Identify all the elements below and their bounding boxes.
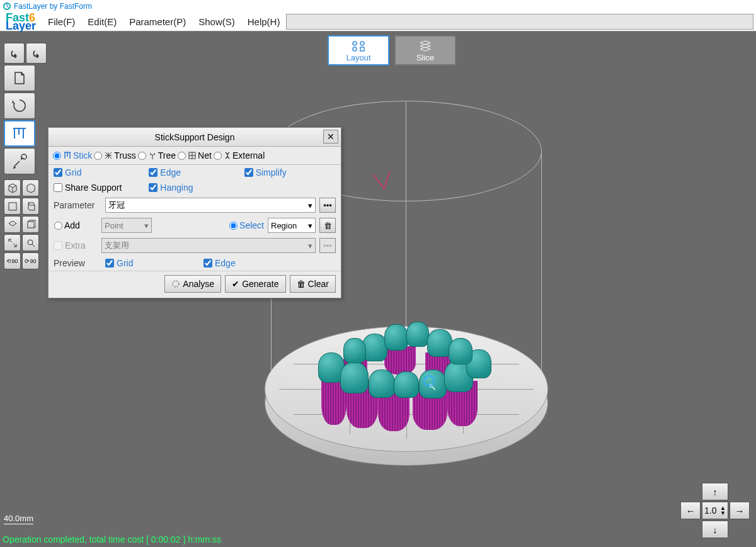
nav-up-button[interactable]: ↑ — [702, 483, 728, 500]
cb-hanging[interactable]: Hanging — [149, 183, 240, 193]
cb-preview-edge[interactable]: Edge — [203, 258, 236, 268]
radio-select[interactable]: Select — [229, 220, 264, 230]
mode-tabs: Layout Slice — [328, 35, 456, 65]
workspace[interactable]: ⟲90⟳90 Layout Slice ╲╱ — [0, 31, 756, 547]
generate-button[interactable]: ✔Generate — [225, 275, 285, 293]
layout-icon — [351, 39, 366, 53]
support-icon — [11, 127, 28, 140]
clear-button[interactable]: 🗑Clear — [290, 275, 336, 293]
menu-filler — [286, 14, 753, 30]
rot90cw-button[interactable]: ⟳90 — [22, 252, 39, 269]
svg-point-2 — [28, 240, 33, 245]
close-icon: ✕ — [327, 132, 335, 142]
cb-grid[interactable]: Grid — [54, 167, 145, 178]
parameter-more-button[interactable]: ••• — [319, 198, 336, 213]
parameter-label: Parameter — [54, 200, 101, 210]
truss-icon — [104, 151, 113, 160]
svg-rect-6 — [360, 47, 364, 51]
tools-button[interactable] — [4, 148, 35, 174]
cb-share-support[interactable]: Share Support — [54, 183, 145, 193]
type-truss[interactable]: Truss — [93, 150, 135, 161]
type-tree[interactable]: Tree — [137, 150, 176, 161]
nav-zoom-field[interactable]: 1.0▲▼ — [702, 502, 728, 519]
menu-help[interactable]: Help(H) — [241, 13, 287, 31]
menu-show[interactable]: Show(S) — [192, 13, 241, 31]
window-title-bar: FastLayer by FastForm — [0, 0, 756, 13]
zoom-button[interactable] — [22, 234, 39, 251]
rotate-button[interactable] — [4, 93, 35, 119]
net-icon — [188, 151, 197, 160]
magnify-icon — [26, 238, 36, 248]
support-button[interactable] — [4, 120, 35, 147]
view-iso2-button[interactable] — [22, 179, 39, 196]
extra-select: 支架用▾ — [101, 238, 316, 253]
app-icon — [3, 2, 11, 11]
chevron-down-icon: ▾ — [308, 221, 312, 230]
select-mode-select[interactable]: Region▾ — [268, 218, 316, 233]
tree-icon — [148, 151, 157, 160]
undo-icon — [9, 49, 20, 58]
type-net[interactable]: Net — [177, 150, 212, 161]
rot90-icon: ⟲90 — [6, 258, 18, 264]
arrow-down-icon: ↓ — [713, 524, 718, 535]
nav-down-button[interactable]: ↓ — [702, 521, 728, 538]
check-icon: ✔ — [232, 279, 239, 289]
dialog-title-bar[interactable]: StickSupport Design ✕ — [49, 128, 341, 147]
cb-simplify[interactable]: Simplify — [244, 167, 336, 178]
type-external[interactable]: External — [213, 150, 265, 161]
arrow-left-icon: ← — [686, 505, 696, 516]
chevron-down-icon: ▾ — [308, 201, 312, 210]
cube-top-icon — [8, 220, 18, 230]
menu-bar: File(F) Edit(E) Parameter(P) Show(S) Hel… — [42, 13, 286, 31]
ellipsis-icon: ••• — [323, 241, 332, 251]
view-persp-button[interactable] — [22, 216, 39, 233]
redo-button[interactable] — [26, 43, 47, 64]
view-iso1-button[interactable] — [4, 179, 21, 196]
view-front-button[interactable] — [4, 198, 21, 215]
analyse-button[interactable]: Analyse — [164, 275, 221, 293]
origin-axis-icon: ╲╱ — [374, 172, 392, 191]
rot90-icon: ⟳90 — [25, 258, 36, 264]
svg-point-5 — [353, 47, 357, 51]
window-title: FastLayer by FastForm — [14, 2, 92, 11]
dialog-close-button[interactable]: ✕ — [323, 130, 338, 144]
cb-extra[interactable]: Extra — [54, 240, 98, 251]
file-icon — [12, 70, 27, 86]
cb-edge[interactable]: Edge — [149, 167, 240, 178]
trash-icon: 🗑 — [324, 221, 332, 230]
redo-icon — [31, 49, 42, 58]
undo-button[interactable] — [4, 43, 25, 64]
nav-right-button[interactable]: → — [730, 502, 750, 519]
cb-preview-grid[interactable]: Grid — [105, 258, 200, 268]
stepper-icon: ▲▼ — [720, 505, 726, 516]
svg-rect-1 — [9, 203, 16, 210]
selection-ring-icon — [423, 375, 435, 386]
rot90ccw-button[interactable]: ⟲90 — [4, 252, 21, 269]
cube-persp-icon — [26, 220, 36, 230]
open-file-button[interactable] — [4, 65, 35, 91]
menu-edit[interactable]: Edit(E) — [81, 13, 123, 31]
sticksupport-dialog: StickSupport Design ✕ Stick Truss Tree N… — [48, 127, 341, 298]
fit-button[interactable] — [4, 234, 21, 251]
nav-pad: ↑ ← 1.0▲▼ → ↓ — [680, 483, 750, 538]
type-stick[interactable]: Stick — [52, 150, 92, 161]
view-side-button[interactable] — [22, 198, 39, 215]
add-mode-select: Point▾ — [101, 218, 152, 233]
cube-side-icon — [26, 201, 36, 211]
tab-layout[interactable]: Layout — [328, 35, 389, 65]
ellipsis-icon: ••• — [323, 201, 332, 210]
parameter-select[interactable]: 牙冠▾ — [105, 198, 316, 213]
radio-add[interactable]: Add — [54, 220, 98, 230]
arrow-up-icon: ↑ — [713, 487, 718, 497]
spinner-icon — [171, 279, 180, 288]
toolbar-left: ⟲90⟳90 — [4, 43, 47, 271]
tab-slice[interactable]: Slice — [394, 35, 456, 65]
cube-icon — [8, 183, 18, 193]
nav-left-button[interactable]: ← — [680, 502, 701, 519]
menu-parameter[interactable]: Parameter(P) — [123, 13, 192, 31]
delete-button[interactable]: 🗑 — [319, 218, 336, 233]
scale-indicator: 40.0mm — [4, 514, 33, 524]
view-top-button[interactable] — [4, 216, 21, 233]
dental-model[interactable] — [309, 324, 498, 444]
menu-file[interactable]: File(F) — [42, 13, 81, 31]
